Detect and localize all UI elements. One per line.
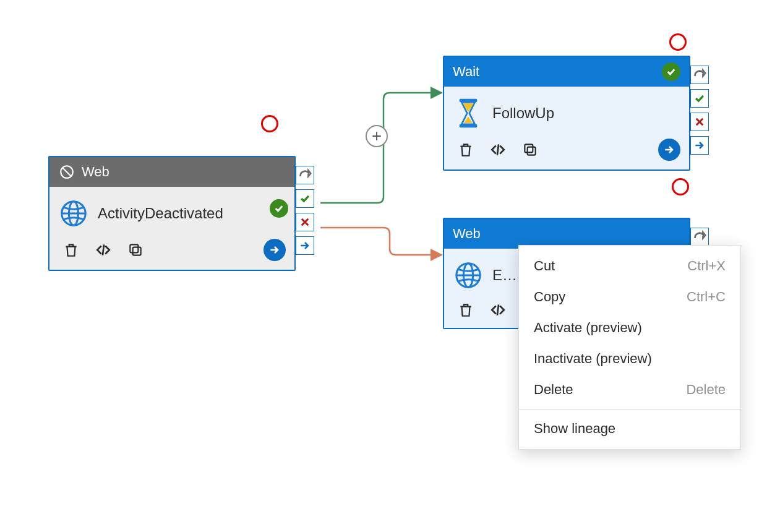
menu-item-shortcut: Ctrl+X xyxy=(687,258,726,274)
arrow-right-icon xyxy=(299,239,311,252)
status-success-badge xyxy=(662,62,680,81)
delete-button[interactable] xyxy=(62,241,80,259)
menu-item-label: Delete xyxy=(534,382,573,398)
delete-button[interactable] xyxy=(456,140,475,159)
svg-rect-10 xyxy=(525,144,533,152)
activity-node-wait[interactable]: Wait FollowUp xyxy=(443,56,690,171)
menu-item-copy[interactable]: Copy Ctrl+C xyxy=(519,281,740,312)
check-icon xyxy=(693,92,706,105)
cross-icon xyxy=(299,217,311,228)
breakpoint-marker[interactable] xyxy=(261,115,278,132)
menu-item-label: Inactivate (preview) xyxy=(534,351,652,367)
svg-line-1 xyxy=(62,167,71,176)
redo-icon xyxy=(693,230,706,244)
arrow-right-icon xyxy=(663,144,675,156)
breakpoint-marker[interactable] xyxy=(672,178,689,195)
menu-item-show-lineage[interactable]: Show lineage xyxy=(519,413,740,444)
cross-icon xyxy=(694,116,705,127)
port-completion[interactable] xyxy=(296,166,314,184)
breakpoint-marker[interactable] xyxy=(669,33,687,51)
activity-name: ActivityDeactivated xyxy=(98,205,223,222)
context-menu: Cut Ctrl+X Copy Ctrl+C Activate (preview… xyxy=(518,245,741,450)
menu-item-delete[interactable]: Delete Delete xyxy=(519,374,740,405)
add-activity-button[interactable] xyxy=(366,125,388,147)
menu-item-label: Activate (preview) xyxy=(534,320,642,336)
hourglass-icon xyxy=(453,98,484,129)
node-type-label: Web xyxy=(82,164,109,180)
menu-item-label: Copy xyxy=(534,289,565,305)
redo-icon xyxy=(298,168,312,182)
clone-button[interactable] xyxy=(126,241,145,259)
port-skip[interactable] xyxy=(690,136,709,155)
menu-item-cut[interactable]: Cut Ctrl+X xyxy=(519,251,740,281)
port-success[interactable] xyxy=(296,189,314,208)
node-header: Web xyxy=(49,157,294,187)
menu-item-inactivate[interactable]: Inactivate (preview) xyxy=(519,343,740,374)
no-circle-icon xyxy=(58,163,75,181)
status-success-badge xyxy=(270,199,288,218)
menu-separator xyxy=(519,409,740,410)
output-ports xyxy=(294,182,314,255)
code-button[interactable] xyxy=(94,241,113,259)
plus-icon xyxy=(371,131,382,142)
node-type-label: Wait xyxy=(453,64,479,80)
menu-item-activate[interactable]: Activate (preview) xyxy=(519,312,740,343)
menu-item-label: Cut xyxy=(534,258,555,274)
port-failure[interactable] xyxy=(296,213,314,231)
redo-icon xyxy=(693,68,706,82)
code-icon xyxy=(94,242,113,258)
arrow-right-icon xyxy=(693,139,706,152)
node-type-label: Web xyxy=(453,226,481,242)
node-body: ActivityDeactivated xyxy=(49,187,294,270)
copy-icon xyxy=(127,242,144,258)
trash-icon xyxy=(458,142,474,158)
activity-node-deactivated[interactable]: Web ActivityDeactivated xyxy=(48,156,296,271)
trash-icon xyxy=(458,302,474,318)
globe-icon xyxy=(58,198,89,229)
activity-name: FollowUp xyxy=(492,105,554,122)
svg-rect-9 xyxy=(528,147,536,155)
code-button[interactable] xyxy=(489,301,507,319)
svg-rect-5 xyxy=(133,247,141,255)
code-button[interactable] xyxy=(489,140,507,159)
port-skip[interactable] xyxy=(296,236,314,255)
port-completion[interactable] xyxy=(690,66,709,84)
run-button[interactable] xyxy=(658,139,680,161)
port-success[interactable] xyxy=(690,89,709,108)
port-failure[interactable] xyxy=(690,113,709,131)
menu-item-label: Show lineage xyxy=(534,421,615,437)
globe-icon xyxy=(453,260,484,291)
arrow-right-icon xyxy=(268,244,281,256)
menu-item-shortcut: Delete xyxy=(686,382,726,398)
clone-button[interactable] xyxy=(521,140,539,159)
port-completion[interactable] xyxy=(690,228,709,246)
trash-icon xyxy=(63,242,79,258)
menu-item-shortcut: Ctrl+C xyxy=(687,289,726,305)
delete-button[interactable] xyxy=(456,301,475,319)
run-button[interactable] xyxy=(264,239,286,261)
activity-name: E… xyxy=(492,267,517,284)
svg-rect-6 xyxy=(130,244,138,252)
node-header: Web xyxy=(444,219,689,249)
output-ports xyxy=(689,228,709,246)
output-ports xyxy=(689,82,709,155)
pipeline-canvas[interactable]: Web ActivityDeactivated xyxy=(0,0,767,532)
check-icon xyxy=(299,192,311,205)
node-header: Wait xyxy=(444,57,689,87)
copy-icon xyxy=(522,142,538,158)
code-icon xyxy=(489,142,507,158)
code-icon xyxy=(489,302,507,318)
node-body: FollowUp xyxy=(444,87,689,169)
